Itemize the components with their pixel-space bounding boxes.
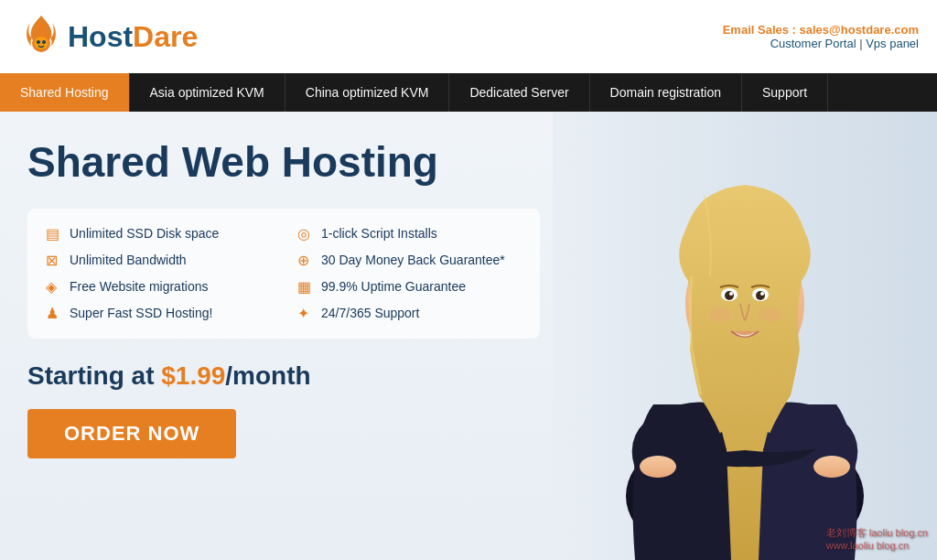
nav-shared-hosting[interactable]: Shared Hosting [0, 73, 130, 112]
svg-point-15 [759, 307, 781, 322]
nav-china-kvm[interactable]: China optimized KVM [285, 73, 450, 112]
nav-support[interactable]: Support [742, 73, 828, 112]
feature-item: ✦24/7/365 Support [297, 305, 522, 322]
woman-illustration [553, 112, 937, 560]
features-grid: ▤Unlimited SSD Disk space◎1-click Script… [27, 209, 540, 339]
top-bar: HostDare Email Sales : sales@hostdare.co… [0, 0, 937, 73]
logo-text: HostDare [68, 20, 198, 54]
feature-icon: ▤ [46, 225, 62, 242]
feature-text: 99.9% Uptime Guarantee [321, 279, 466, 294]
feature-text: Super Fast SSD Hosting! [70, 306, 212, 320]
main-nav: Shared Hosting Asia optimized KVM China … [0, 73, 937, 112]
hero-image [553, 112, 937, 560]
logo-icon [18, 14, 64, 59]
feature-item: ▤Unlimited SSD Disk space [46, 225, 270, 242]
feature-text: Unlimited SSD Disk space [70, 226, 219, 241]
hero-section: Shared Web Hosting ▤Unlimited SSD Disk s… [0, 112, 937, 560]
feature-item: ⊠Unlimited Bandwidth [46, 252, 270, 269]
svg-point-12 [756, 291, 765, 300]
feature-icon: ⊠ [46, 252, 62, 269]
feature-icon: ✦ [297, 305, 314, 322]
feature-item: ◎1-click Script Installs [297, 225, 522, 242]
svg-point-14 [709, 307, 731, 322]
feature-text: 1-click Script Installs [321, 226, 437, 241]
customer-portal-link[interactable]: Customer Portal [770, 37, 856, 50]
vps-panel-link[interactable]: Vps panel [866, 37, 919, 50]
feature-icon: ⊕ [297, 252, 314, 269]
nav-dedicated[interactable]: Dedicated Server [449, 73, 589, 112]
logo[interactable]: HostDare [18, 14, 198, 59]
feature-text: Free Website migrations [70, 279, 208, 294]
feature-icon: ▦ [297, 278, 314, 296]
feature-item: ⊕30 Day Money Back Guarantee* [297, 252, 522, 269]
svg-point-2 [37, 40, 40, 44]
contact-info: Email Sales : sales@hostdare.com Custome… [723, 23, 919, 50]
feature-text: 30 Day Money Back Guarantee* [321, 253, 505, 267]
hero-title: Shared Web Hosting [27, 139, 576, 186]
svg-point-3 [42, 40, 46, 44]
svg-point-16 [640, 456, 676, 478]
feature-text: 24/7/365 Support [321, 306, 419, 320]
feature-text: Unlimited Bandwidth [70, 253, 187, 267]
svg-point-17 [813, 456, 850, 478]
portal-line: Customer Portal | Vps panel [723, 37, 919, 50]
svg-point-13 [760, 292, 764, 296]
feature-item: ◈Free Website migrations [46, 278, 270, 296]
feature-icon: ◈ [46, 278, 62, 296]
order-now-button[interactable]: ORDER NOW [27, 409, 236, 458]
svg-point-10 [729, 292, 733, 296]
feature-icon: ◎ [297, 225, 314, 242]
feature-item: ♟Super Fast SSD Hosting! [46, 305, 270, 322]
svg-point-9 [725, 291, 734, 300]
nav-asia-kvm[interactable]: Asia optimized KVM [130, 73, 285, 112]
hero-content: Shared Web Hosting ▤Unlimited SSD Disk s… [0, 112, 604, 477]
feature-item: ▦99.9% Uptime Guarantee [297, 278, 522, 296]
watermark: 老刘博客 laoliu blog.cn www.laoliu blog.cn [826, 526, 928, 551]
email-line: Email Sales : sales@hostdare.com [723, 23, 919, 37]
pricing-line: Starting at $1.99/month [27, 361, 576, 391]
nav-domain[interactable]: Domain registration [590, 73, 742, 112]
feature-icon: ♟ [46, 305, 62, 322]
